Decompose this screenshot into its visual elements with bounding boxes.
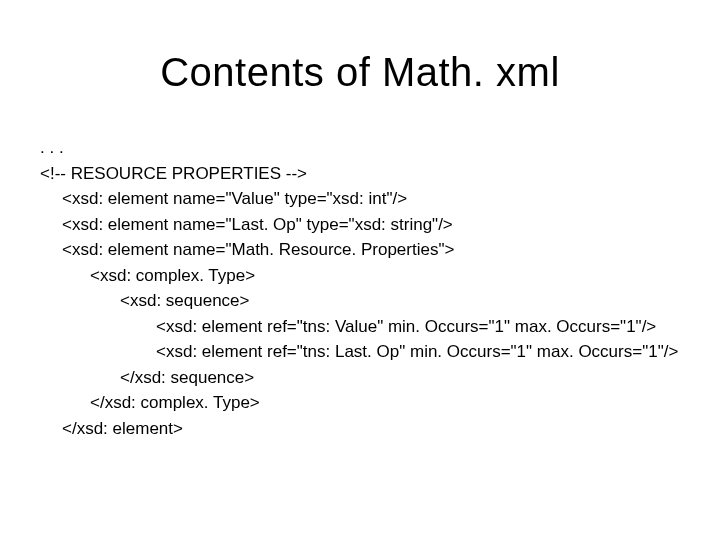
code-line: <xsd: element ref="tns: Value" min. Occu… [156,314,680,340]
code-line: <xsd: element name="Last. Op" type="xsd:… [62,212,680,238]
code-line: . . . [40,135,680,161]
code-line: <xsd: complex. Type> [90,263,680,289]
code-line: </xsd: element> [62,416,680,442]
code-line: <xsd: element ref="tns: Last. Op" min. O… [156,339,680,365]
code-line: <xsd: element name="Math. Resource. Prop… [62,237,680,263]
code-line: <xsd: sequence> [120,288,680,314]
slide: Contents of Math. xml . . .<!-- RESOURCE… [0,0,720,540]
code-block: . . .<!-- RESOURCE PROPERTIES --><xsd: e… [40,135,680,441]
code-line: </xsd: complex. Type> [90,390,680,416]
code-line: <!-- RESOURCE PROPERTIES --> [40,161,680,187]
slide-title: Contents of Math. xml [40,50,680,95]
code-line: </xsd: sequence> [120,365,680,391]
code-line: <xsd: element name="Value" type="xsd: in… [62,186,680,212]
